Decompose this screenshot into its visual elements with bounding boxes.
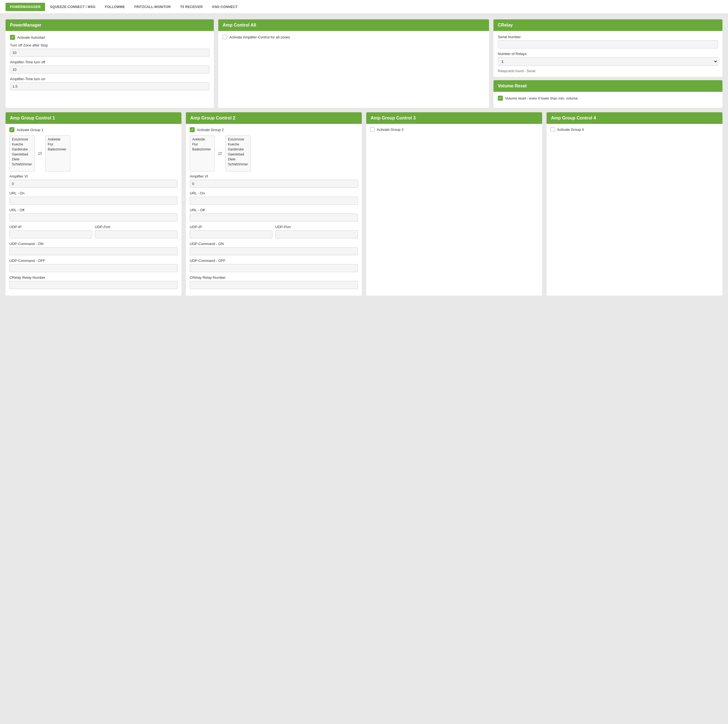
amp1-udp-row: UDP-IP UDP-Port (9, 225, 177, 242)
amp-group-1-right-list[interactable]: Ankleide Flur Badezimmer (45, 136, 70, 171)
zone-esszimmer-2r: Esszimmer (227, 137, 249, 142)
amp2-udp-cmd-on-label: UDP-Command - ON (190, 242, 358, 246)
amp-group-2-title: Amp Group Control 2 (190, 116, 236, 120)
amp2-vi-input[interactable] (190, 180, 358, 188)
nav-tabs: POWERMANAGER SQUEEZE-CONNECT / MSG FOLLO… (6, 3, 242, 11)
amp-time-on-input[interactable] (10, 82, 210, 90)
amp1-vi-input[interactable] (9, 180, 177, 188)
zone-badezimmer-2: Badezimmer (191, 147, 213, 152)
amp-group-panel-4: Amp Group Control 4 Activate Group 4 (546, 112, 722, 296)
amp2-udp-port-input[interactable] (275, 231, 358, 238)
tab-fritzcall-monitor[interactable]: FRITZCALL-MONITOR (130, 3, 175, 11)
amp1-udp-port-input[interactable] (95, 231, 177, 238)
activate-group-4-checkbox[interactable] (551, 127, 555, 131)
zone-flur-1r: Flur (47, 142, 69, 147)
volume-reset-row: Volume reset - even if lower than min. v… (498, 96, 718, 101)
amp-control-all-body: Activate Amplifier-Control for all zones (218, 31, 489, 46)
zone-ankleide-2: Ankleide (191, 137, 213, 142)
tab-knx-connect[interactable]: KNX-CONNECT (208, 3, 242, 11)
tab-followme[interactable]: FOLLOWME (100, 3, 129, 11)
amp1-udp-port-group: UDP-Port (95, 225, 177, 238)
activate-group-2-label: Activate Group 2 (197, 128, 224, 132)
volume-reset-checkbox[interactable] (498, 96, 503, 101)
zone-schlafzimmer-2r: Schlafzimmer (227, 162, 249, 167)
amp-time-off-input[interactable] (10, 66, 210, 73)
amp1-url-off-input[interactable] (9, 214, 177, 221)
amp2-url-off-group: URL - Off (190, 208, 358, 221)
serial-number-group: Serial Number (498, 35, 718, 48)
amp-time-off-group: Amplifier-Time turn off (10, 60, 210, 73)
amp-time-off-label: Amplifier-Time turn off (10, 60, 210, 64)
right-panels: CRelay Serial Number Number of Relays 12… (494, 19, 722, 108)
activate-amplifier-checkbox[interactable] (223, 35, 227, 39)
number-of-relays-group: Number of Relays 1248 (498, 52, 718, 66)
zone-diele-1: Diele (11, 157, 33, 162)
activate-group-3-checkbox[interactable] (370, 127, 375, 131)
crelay-title: CRelay (498, 23, 513, 27)
activate-autostart-checkbox[interactable] (10, 35, 15, 40)
amp1-url-on-group: URL - On (9, 191, 177, 205)
serial-number-input[interactable] (498, 40, 718, 48)
amp-group-1-left-list[interactable]: Esszimmer Kueche Garderobe Gaestebad Die… (9, 136, 35, 171)
activate-group-1-checkbox[interactable] (9, 127, 14, 132)
amp2-udp-port-label: UDP-Port (275, 225, 358, 229)
volume-reset-panel: Volume Reset Volume reset - even if lowe… (494, 80, 722, 108)
amp2-udp-ip-label: UDP-IP (190, 225, 272, 229)
number-of-relays-label: Number of Relays (498, 52, 718, 56)
amp1-udp-cmd-off-group: UDP-Command - OFF (9, 258, 177, 272)
transfer-icon-2[interactable]: ⇄ (217, 150, 223, 157)
amp1-udp-cmd-on-input[interactable] (9, 247, 177, 255)
activate-autostart-row: Activate Autostart (10, 35, 210, 40)
amp1-url-on-label: URL - On (9, 191, 177, 195)
amp-control-all-title: Amp Control All (223, 23, 256, 27)
amp1-crelay-label: CRelay Relay-Number (9, 275, 177, 280)
activate-group-4-label: Activate Group 4 (557, 127, 584, 131)
amp2-url-on-input[interactable] (190, 197, 358, 205)
tab-squeeze-connect[interactable]: SQUEEZE-CONNECT / MSG (46, 3, 100, 11)
amp1-udp-cmd-off-input[interactable] (9, 264, 177, 272)
amp2-url-off-input[interactable] (190, 214, 358, 221)
amp-group-2-right-list[interactable]: Esszimmer Kueche Garderobe Gaestebad Die… (225, 136, 251, 171)
amp2-udp-cmd-off-label: UDP-Command - OFF (190, 258, 358, 263)
zone-ankleide-1r: Ankleide (47, 137, 69, 142)
amp-group-3-header: Amp Group Control 3 (366, 112, 542, 124)
amp2-crelay-label: CRelay Relay-Number (190, 275, 358, 280)
turn-off-input[interactable] (10, 49, 210, 57)
volume-reset-header: Volume Reset (494, 80, 722, 92)
amp-group-4-header: Amp Group Control 4 (546, 112, 722, 124)
amp1-crelay-input[interactable] (9, 281, 177, 289)
amp-group-3-title: Amp Group Control 3 (371, 116, 416, 120)
amp1-vi-label: Amplifier VI (9, 174, 177, 179)
number-of-relays-select[interactable]: 1248 (498, 57, 718, 66)
amp2-crelay-input[interactable] (190, 281, 358, 289)
amp-group-panel-2: Amp Group Control 2 Activate Group 2 Ank… (186, 112, 362, 296)
zone-diele-2r: Diele (227, 157, 249, 162)
top-bar: POWERMANAGER SQUEEZE-CONNECT / MSG FOLLO… (0, 0, 728, 14)
amp2-udp-cmd-on-input[interactable] (190, 247, 358, 255)
tab-t5-receiver[interactable]: T5 RECEIVER (176, 3, 207, 11)
amp2-url-off-label: URL - Off (190, 208, 358, 212)
activate-group-4-row: Activate Group 4 (551, 127, 719, 131)
relaycards-text: Relaycards found - Serial: (498, 69, 718, 73)
amp2-udp-ip-input[interactable] (190, 231, 272, 238)
powermanager-header: PowerManager (6, 19, 214, 31)
amp2-udp-cmd-off-input[interactable] (190, 264, 358, 272)
activate-group-2-checkbox[interactable] (190, 127, 195, 132)
serial-number-label: Serial Number (498, 35, 718, 39)
activate-autostart-label: Activate Autostart (17, 35, 45, 40)
amp-control-all-panel: Amp Control All Activate Amplifier-Contr… (218, 19, 489, 108)
activate-group-2-row: Activate Group 2 (190, 127, 358, 132)
activate-group-3-label: Activate Group 3 (377, 127, 404, 131)
powermanager-body: Activate Autostart Turn off Zone after S… (6, 31, 214, 98)
transfer-icon-1[interactable]: ⇄ (37, 150, 43, 157)
zone-esszimmer-1: Esszimmer (11, 137, 33, 142)
volume-reset-label: Volume reset - even if lower than min. v… (505, 96, 578, 100)
turn-off-zone-group: Turn off Zone after Stop (10, 43, 210, 57)
crelay-header: CRelay (494, 19, 722, 31)
amp-group-2-left-list[interactable]: Ankleide Flur Badezimmer (190, 136, 215, 171)
crelay-body: Serial Number Number of Relays 1248 Rela… (494, 31, 722, 77)
amp2-vi-group: Amplifier VI (190, 174, 358, 188)
tab-powermanager[interactable]: POWERMANAGER (6, 3, 45, 11)
amp1-url-on-input[interactable] (9, 197, 177, 205)
amp1-udp-ip-input[interactable] (9, 231, 92, 238)
